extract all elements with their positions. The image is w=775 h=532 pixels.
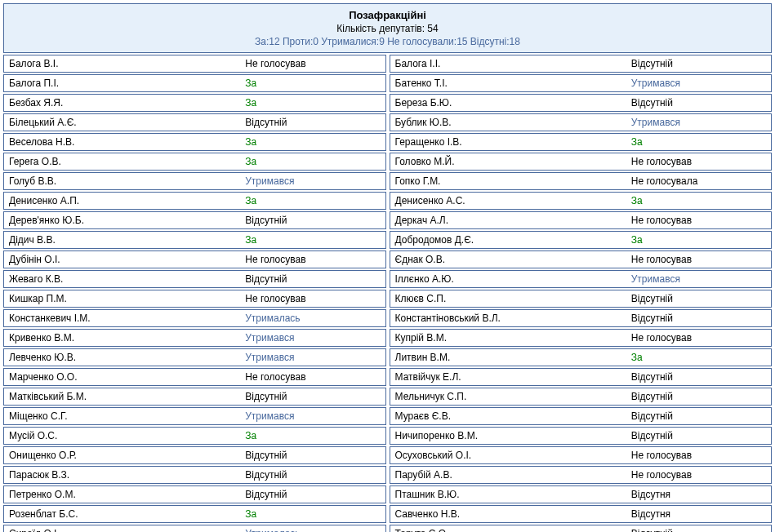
table-row: Парасюк В.З.Відсутній: [3, 466, 386, 484]
table-row: Ничипоренко В.М.Відсутній: [390, 427, 773, 445]
deputy-name: Бублик Ю.В.: [390, 114, 626, 131]
deputy-name: Головко М.Й.: [390, 153, 626, 170]
deputy-name: Балога П.І.: [4, 75, 240, 91]
deputy-name: Клюєв С.П.: [390, 290, 626, 307]
table-row: Добродомов Д.Є.За: [390, 231, 773, 249]
table-row: Дідич В.В.За: [3, 231, 386, 249]
deputy-name: Жеваго К.В.: [4, 271, 240, 287]
deputy-vote: Відсутній: [626, 408, 771, 424]
deputy-name: Кривенко В.М.: [4, 330, 240, 346]
table-row: Матківський Б.М.Відсутній: [3, 388, 386, 406]
deputy-vote: Відсутній: [240, 467, 385, 483]
deputy-vote: Утримався: [626, 75, 771, 91]
deputy-vote: Відсутній: [240, 486, 385, 503]
deputy-name: Гопко Г.М.: [390, 173, 626, 189]
deputy-name: Дідич В.В.: [4, 232, 240, 248]
table-row: Дерев'янко Ю.Б.Відсутній: [3, 211, 386, 229]
deputy-vote: За: [240, 428, 385, 444]
deputy-vote: Утримався: [626, 114, 771, 131]
table-row: Осуховський О.І.Не голосував: [390, 446, 773, 464]
deputy-vote: За: [240, 153, 385, 170]
table-row: Жеваго К.В.Відсутній: [3, 270, 386, 288]
deputy-vote: Відсутній: [240, 212, 385, 228]
table-row: Береза Б.Ю.Відсутній: [390, 94, 773, 112]
deputy-vote: Відсутній: [626, 388, 771, 405]
deputy-name: Мураєв Є.В.: [390, 408, 626, 424]
deputy-name: Петренко О.М.: [4, 486, 240, 503]
deputy-name: Розенблат Б.С.: [4, 506, 240, 522]
deputy-vote: Утримався: [240, 173, 385, 189]
table-row: Денисенко А.П.За: [3, 192, 386, 210]
deputy-vote: Утрималась: [240, 525, 385, 532]
table-row: Кишкар П.М.Не голосував: [3, 290, 386, 308]
deputy-vote: За: [240, 232, 385, 248]
table-row: Балога І.І.Відсутній: [390, 55, 773, 73]
deputy-vote: Не голосував: [240, 369, 385, 385]
deputy-name: Безбах Я.Я.: [4, 95, 240, 111]
deputy-name: Іллєнко А.Ю.: [390, 271, 626, 287]
deputy-name: Тарута С.О.: [390, 525, 626, 532]
table-row: Деркач А.Л.Не голосував: [390, 211, 773, 229]
deputy-name: Ничипоренко В.М.: [390, 428, 626, 444]
table-row: Клюєв С.П.Відсутній: [390, 290, 773, 308]
table-row: Мельничук С.П.Відсутній: [390, 388, 773, 406]
deputy-vote: Відсутній: [626, 525, 771, 532]
deputy-vote: Відсутня: [626, 486, 771, 503]
table-row: Марченко О.О.Не голосував: [3, 368, 386, 386]
table-row: Бублик Ю.В.Утримався: [390, 113, 773, 131]
table-row: Гопко Г.М.Не голосувала: [390, 172, 773, 190]
deputy-name: Купрій В.М.: [390, 330, 626, 346]
deputy-vote: Відсутній: [240, 388, 385, 405]
deputy-name: Береза Б.Ю.: [390, 95, 626, 111]
deputy-vote: Утримався: [240, 330, 385, 346]
table-row: Литвин В.М.За: [390, 348, 773, 366]
faction-header: Позафракційні Кількість депутатів: 54 За…: [3, 3, 772, 53]
deputy-name: Мельничук С.П.: [390, 388, 626, 405]
deputy-vote: За: [240, 134, 385, 150]
deputy-name: Балога В.І.: [4, 55, 240, 72]
table-row: Савченко Н.В.Відсутня: [390, 505, 773, 523]
deputy-name: Сироїд О.І.: [4, 525, 240, 532]
deputy-name: Денисенко А.С.: [390, 193, 626, 209]
deputy-vote: За: [626, 134, 771, 150]
table-row: Константіновський В.Л.Відсутній: [390, 309, 773, 327]
table-row: Безбах Я.Я.За: [3, 94, 386, 112]
table-row: Геращенко І.В.За: [390, 133, 773, 151]
table-row: Іллєнко А.Ю.Утримався: [390, 270, 773, 288]
deputy-name: Константіновський В.Л.: [390, 310, 626, 326]
deputy-name: Батенко Т.І.: [390, 75, 626, 91]
table-row: Веселова Н.В.За: [3, 133, 386, 151]
deputy-name: Дерев'янко Ю.Б.: [4, 212, 240, 228]
deputy-vote: Не голосував: [626, 251, 771, 268]
deputy-vote: Відсутній: [240, 447, 385, 463]
right-column: Балога І.І.ВідсутнійБатенко Т.І.Утримавс…: [390, 55, 773, 532]
table-row: Петренко О.М.Відсутній: [3, 485, 386, 503]
table-row: Дубінін О.І.Не голосував: [3, 250, 386, 268]
deputy-vote: Відсутній: [240, 114, 385, 131]
deputy-name: Герега О.В.: [4, 153, 240, 170]
deputy-vote: Не голосував: [240, 290, 385, 307]
deputy-name: Геращенко І.В.: [390, 134, 626, 150]
vote-stats: За:12 Проти:0 Утрималися:9 Не голосували…: [7, 36, 768, 47]
deputy-name: Денисенко А.П.: [4, 193, 240, 209]
deputy-vote: Утримався: [240, 349, 385, 366]
table-row: Тарута С.О.Відсутній: [390, 525, 773, 532]
deputy-vote: За: [240, 95, 385, 111]
deputy-name: Єднак О.В.: [390, 251, 626, 268]
deputy-name: Дубінін О.І.: [4, 251, 240, 268]
left-column: Балога В.І.Не голосувавБалога П.І.ЗаБезб…: [3, 55, 386, 532]
deputy-vote: Відсутній: [626, 290, 771, 307]
deputy-name: Литвин В.М.: [390, 349, 626, 366]
table-row: Левченко Ю.В.Утримався: [3, 348, 386, 366]
table-row: Білецький А.Є.Відсутній: [3, 113, 386, 131]
table-row: Балога В.І.Не голосував: [3, 55, 386, 73]
deputy-name: Осуховський О.І.: [390, 447, 626, 463]
deputy-name: Білецький А.Є.: [4, 114, 240, 131]
table-row: Батенко Т.І.Утримався: [390, 74, 773, 92]
table-row: Сироїд О.І.Утрималась: [3, 525, 386, 532]
deputy-name: Голуб В.В.: [4, 173, 240, 189]
table-row: Мусій О.С.За: [3, 427, 386, 445]
table-row: Матвійчук Е.Л.Відсутній: [390, 368, 773, 386]
table-row: Онищенко О.Р.Відсутній: [3, 446, 386, 464]
deputy-vote: Відсутній: [240, 271, 385, 287]
